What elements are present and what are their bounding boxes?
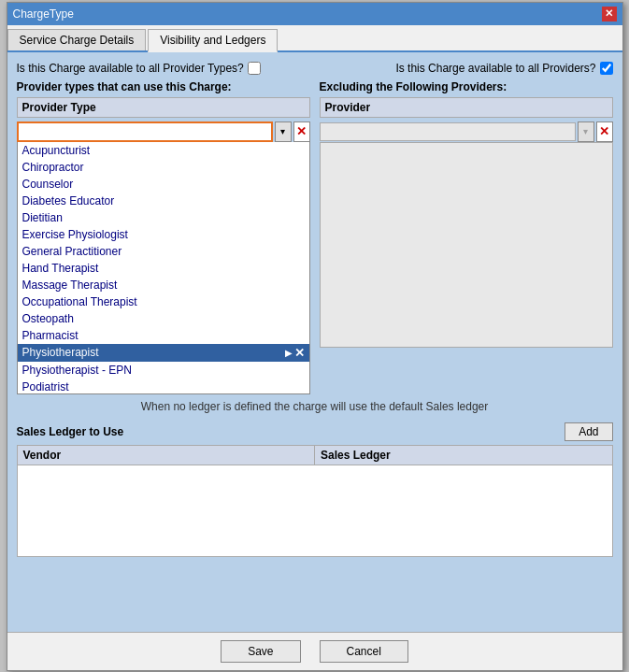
top-row: Is this Charge available to all Provider… [17, 62, 613, 75]
all-providers-row: Is this Charge available to all Provider… [395, 62, 612, 75]
tab-content: Is this Charge available to all Provider… [7, 52, 622, 632]
provider-type-clear-icon: ✕ [296, 124, 307, 138]
provider-clear-icon: ✕ [599, 124, 609, 138]
save-button[interactable]: Save [221, 640, 300, 663]
ledger-sales-col: Sales Ledger [315, 446, 612, 465]
list-item[interactable]: General Practitioner [18, 243, 309, 260]
provider-type-dropdown-btn[interactable]: ▾ [275, 122, 292, 142]
provider-type-dropdown-container: ▾ ✕ [17, 122, 310, 142]
close-button[interactable]: ✕ [602, 7, 617, 21]
ledger-section-label: Sales Ledger to Use [17, 425, 124, 438]
ledger-info-text: When no ledger is defined the charge wil… [17, 400, 613, 413]
tab-visibility-and-ledgers[interactable]: Visibility and Ledgers [148, 29, 278, 52]
ledger-vendor-col: Vendor [18, 446, 316, 465]
all-providers-label: Is this Charge available to all Provider… [395, 62, 595, 75]
list-item[interactable]: Osteopath [18, 310, 309, 327]
selected-item-label: Physiotherapist [22, 346, 99, 359]
all-provider-types-checkbox[interactable] [248, 62, 261, 75]
window-title: ChargeType [13, 7, 74, 21]
ledger-table: Vendor Sales Ledger [17, 445, 613, 557]
list-item[interactable]: Physiotherapist - EPN [18, 362, 309, 379]
ledger-body [18, 465, 612, 554]
list-item[interactable]: Exercise Physiologist [18, 226, 309, 243]
provider-type-input[interactable] [17, 122, 273, 142]
list-item[interactable]: Chiropractor [18, 159, 309, 176]
list-item[interactable]: Counselor [18, 176, 309, 193]
all-provider-types-label: Is this Charge available to all Provider… [17, 62, 244, 75]
list-item[interactable]: Dietitian [18, 209, 309, 226]
list-item-selected[interactable]: Physiotherapist ▶ ✕ [18, 344, 309, 362]
right-col: Excluding the Following Providers: Provi… [320, 80, 613, 394]
all-provider-types-row: Is this Charge available to all Provider… [17, 62, 261, 75]
footer: Save Cancel [7, 632, 622, 670]
list-item[interactable]: Massage Therapist [18, 277, 309, 293]
provider-type-col-header: Provider Type [17, 97, 310, 118]
provider-dropdown-container: ▾ ✕ [320, 122, 613, 142]
list-item[interactable]: Hand Therapist [18, 260, 309, 277]
list-item[interactable]: Acupuncturist [18, 142, 309, 159]
list-item[interactable]: Podiatrist [18, 379, 309, 394]
ledger-section: Sales Ledger to Use Add Vendor Sales Led… [17, 422, 613, 557]
provider-input[interactable] [320, 122, 576, 141]
list-item[interactable]: Pharmacist [18, 327, 309, 344]
left-col: Provider types that can use this Charge:… [17, 80, 310, 394]
provider-dropdown-btn[interactable]: ▾ [578, 122, 594, 142]
main-window: ChargeType ✕ Service Charge Details Visi… [7, 2, 623, 671]
provider-col-header: Provider [320, 97, 613, 118]
all-providers-checkbox[interactable] [600, 62, 613, 75]
tab-service-charge-details[interactable]: Service Charge Details [7, 29, 147, 50]
provider-type-clear-btn[interactable]: ✕ [293, 122, 310, 142]
tab-bar: Service Charge Details Visibility and Le… [7, 25, 622, 52]
columns: Provider types that can use this Charge:… [17, 80, 613, 394]
ledger-table-header: Vendor Sales Ledger [18, 446, 612, 465]
provider-type-list[interactable]: Acupuncturist Chiropractor Counselor Dia… [17, 142, 310, 394]
provider-types-label: Provider types that can use this Charge: [17, 80, 310, 93]
provider-clear-btn[interactable]: ✕ [596, 122, 613, 142]
cancel-button[interactable]: Cancel [320, 640, 408, 663]
excluding-providers-label: Excluding the Following Providers: [320, 80, 613, 93]
add-button[interactable]: Add [565, 422, 612, 441]
title-bar: ChargeType ✕ [7, 3, 622, 25]
selected-item-cursor: ▶ [285, 348, 293, 358]
ledger-header: Sales Ledger to Use Add [17, 422, 613, 441]
list-item[interactable]: Occupational Therapist [18, 293, 309, 310]
provider-list-area [320, 142, 613, 348]
selected-clear-icon[interactable]: ✕ [294, 346, 305, 360]
list-item[interactable]: Diabetes Educator [18, 193, 309, 209]
